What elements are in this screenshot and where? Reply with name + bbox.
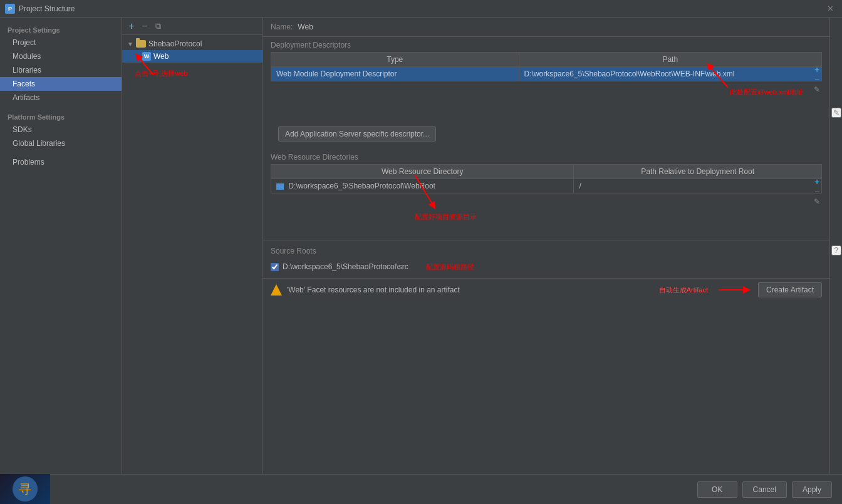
wrd-edit-btn[interactable]: ✎ (812, 197, 822, 207)
auto-create-arrow (715, 284, 753, 296)
source-root-item-0: D:\workspace6_5\ShebaoProtocol\src (271, 260, 408, 273)
dd-edit-btn[interactable]: ✎ (812, 85, 822, 95)
web-resource-dir-wrapper: Web Resource Directory Path Relative to … (263, 164, 829, 237)
web-resource-dir-title: Web Resource Directories (263, 149, 829, 164)
dd-row-0[interactable]: Web Module Deployment Descriptor D:\work… (271, 67, 822, 81)
sidebar-item-facets[interactable]: Facets (0, 77, 122, 91)
copy-facet-button[interactable]: ⧉ (153, 20, 164, 33)
main-layout: Project Settings Project Modules Librari… (0, 18, 842, 474)
auto-create-annotation: 自动生成Artifact (659, 285, 708, 295)
wrd-annotation-area: 配置好项目资源目录 (271, 193, 822, 237)
tree-item-shebao-label: ShebaoProtocol (148, 39, 202, 48)
tree-toolbar: + − ⧉ (122, 18, 262, 35)
tree-annotation-area: 点击+号,选择web (122, 63, 262, 78)
web-icon: W (142, 52, 151, 61)
dialog-title: Project Structure (19, 4, 75, 13)
bottom-bar: 寻 OK Cancel Apply (0, 474, 842, 504)
wrd-col-path: Path Relative to Deployment Root (574, 165, 822, 179)
dir-folder-icon (276, 183, 284, 190)
remove-facet-button[interactable]: − (139, 19, 150, 33)
sidebar-item-modules[interactable]: Modules (0, 49, 122, 63)
wrd-path-0: / (574, 179, 822, 193)
wrd-side-btns: + − ✎ (812, 177, 822, 207)
right-sidebar: ✎ ? (829, 18, 842, 474)
warning-icon (271, 284, 282, 296)
path-annotation-area: 此处配置好web.xml地址 (271, 81, 822, 119)
tree-annotation-text: 点击+号,选择web (135, 69, 188, 77)
ok-button[interactable]: OK (697, 481, 737, 498)
tree-item-web[interactable]: W Web (122, 50, 262, 63)
dd-side-btns: + − ✎ (812, 64, 822, 95)
wrd-annotation-text: 配置好项目资源目录 (415, 212, 477, 222)
apply-button[interactable]: Apply (792, 481, 832, 498)
content-scroll: Name: Web Deployment Descriptors Type Pa… (263, 18, 829, 474)
sidebar-item-global-libraries[interactable]: Global Libraries (0, 136, 122, 150)
wrd-dir-0: D:\workspace6_5\ShebaoProtocol\WebRoot (271, 179, 574, 193)
source-root-checkbox-0[interactable] (271, 263, 279, 271)
path-annotation-text: 此处配置好web.xml地址 (730, 88, 803, 97)
dd-add-btn[interactable]: + (812, 64, 822, 75)
pencil-button[interactable]: ✎ (831, 108, 841, 118)
dd-remove-btn[interactable]: − (812, 75, 822, 85)
dd-path-0: D:\workspace6_5\ShebaoProtocol\WebRoot\W… (519, 67, 821, 81)
sidebar-item-sdks[interactable]: SDKs (0, 123, 122, 136)
dd-col-type: Type (271, 53, 519, 67)
sidebar-item-artifacts[interactable]: Artifacts (0, 91, 122, 105)
dd-type-0: Web Module Deployment Descriptor (271, 67, 519, 81)
source-roots-title: Source Roots (271, 243, 822, 258)
sidebar-item-libraries[interactable]: Libraries (0, 63, 122, 77)
wrd-row-0[interactable]: D:\workspace6_5\ShebaoProtocol\WebRoot / (271, 179, 822, 193)
warning-text: 'Web' Facet resources are not included i… (287, 285, 654, 294)
project-settings-label: Project Settings (0, 23, 122, 36)
source-roots-row: D:\workspace6_5\ShebaoProtocol\src 配置源码根… (271, 258, 822, 275)
wrd-add-btn[interactable]: + (812, 177, 822, 187)
source-root-label-0: D:\workspace6_5\ShebaoProtocol\src (283, 262, 408, 271)
wrd-remove-btn[interactable]: − (812, 187, 822, 197)
warning-row: 'Web' Facet resources are not included i… (263, 278, 829, 301)
cancel-button[interactable]: Cancel (742, 481, 787, 498)
tree-item-shebao[interactable]: ▼ ShebaoProtocol (122, 38, 262, 50)
add-descriptor-button[interactable]: Add Application Server specific descript… (278, 126, 436, 141)
content-panel: Name: Web Deployment Descriptors Type Pa… (263, 18, 829, 474)
web-resource-dir-table: Web Resource Directory Path Relative to … (271, 164, 822, 193)
name-value: Web (298, 23, 313, 31)
sidebar-item-project[interactable]: Project (0, 36, 122, 49)
name-label: Name: (271, 23, 293, 31)
avatar-image: 寻 (0, 474, 50, 504)
app-icon: P (5, 4, 15, 14)
close-button[interactable]: × (824, 2, 837, 16)
name-row: Name: Web (263, 18, 829, 37)
sidebar-item-problems[interactable]: Problems (0, 155, 122, 169)
folder-icon (136, 40, 146, 48)
expand-arrow: ▼ (127, 41, 133, 48)
title-bar: P Project Structure × (0, 0, 842, 18)
source-roots-section: Source Roots D:\workspace6_5\ShebaoProto… (263, 240, 829, 278)
add-descriptor-btn-wrapper: Add Application Server specific descript… (263, 119, 829, 149)
sidebar: Project Settings Project Modules Librari… (0, 18, 122, 474)
deployment-descriptors-table: Type Path Web Module Deployment Descript… (271, 52, 822, 81)
dd-col-path: Path (519, 53, 821, 67)
deployment-descriptors-wrapper: Type Path Web Module Deployment Descript… (263, 52, 829, 119)
add-facet-button[interactable]: + (126, 19, 137, 33)
tree-body: ▼ ShebaoProtocol W Web (122, 35, 262, 474)
source-roots-annotation: 配置源码根路径 (426, 262, 474, 272)
create-artifact-button[interactable]: Create Artifact (758, 282, 822, 297)
avatar-area: 寻 (0, 474, 50, 504)
deployment-descriptors-title: Deployment Descriptors (263, 37, 829, 52)
question-button[interactable]: ? (831, 245, 841, 255)
wrd-col-dir: Web Resource Directory (271, 165, 574, 179)
platform-settings-label: Platform Settings (0, 110, 122, 123)
tree-item-web-label: Web (153, 52, 169, 61)
tree-panel: + − ⧉ ▼ ShebaoProtocol W Web (122, 18, 263, 474)
